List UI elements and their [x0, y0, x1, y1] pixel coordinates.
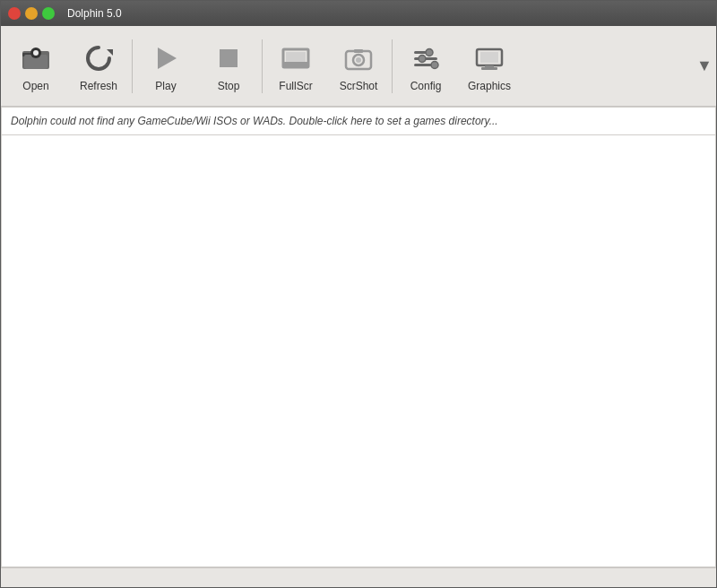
- stop-label: Stop: [218, 80, 240, 92]
- svg-marker-5: [107, 49, 113, 56]
- graphics-icon: [471, 40, 507, 76]
- no-games-message[interactable]: Dolphin could not find any GameCube/Wii …: [2, 108, 715, 135]
- games-list[interactable]: Dolphin could not find any GameCube/Wii …: [1, 107, 716, 567]
- stop-button[interactable]: Stop: [197, 30, 260, 102]
- config-button[interactable]: Config: [394, 30, 457, 102]
- svg-point-13: [356, 57, 361, 63]
- refresh-label: Refresh: [80, 80, 117, 92]
- refresh-button[interactable]: Refresh: [67, 30, 130, 102]
- separator-3: [392, 39, 393, 93]
- svg-rect-17: [414, 64, 432, 66]
- graphics-button[interactable]: Graphics: [457, 30, 522, 102]
- svg-point-18: [426, 48, 433, 56]
- graphics-label: Graphics: [468, 80, 511, 92]
- toolbar-items: Open Refresh: [4, 28, 522, 104]
- maximize-button[interactable]: [42, 7, 55, 20]
- close-button[interactable]: [8, 7, 21, 20]
- scrshot-button[interactable]: ScrShot: [327, 30, 390, 102]
- window-title: Dolphin 5.0: [67, 7, 122, 20]
- play-button[interactable]: Play: [134, 30, 197, 102]
- svg-rect-14: [354, 49, 363, 53]
- open-button[interactable]: Open: [4, 30, 67, 102]
- svg-rect-24: [481, 67, 497, 70]
- status-bar: [1, 567, 716, 587]
- play-icon: [148, 40, 184, 76]
- config-icon: [408, 40, 444, 76]
- svg-rect-22: [480, 52, 498, 63]
- scrshot-icon: [341, 40, 376, 76]
- fullscr-label: FullScr: [279, 80, 312, 92]
- svg-rect-10: [283, 62, 308, 67]
- stop-icon: [211, 40, 246, 76]
- window-controls: [8, 7, 55, 20]
- toolbar-overflow[interactable]: ▼: [696, 30, 713, 102]
- toolbar: Open Refresh: [1, 26, 716, 107]
- svg-point-19: [419, 55, 426, 62]
- config-label: Config: [410, 80, 442, 92]
- refresh-icon: [81, 40, 117, 76]
- fullscr-button[interactable]: FullScr: [264, 30, 327, 102]
- application-window: Dolphin 5.0 Open: [0, 0, 717, 588]
- fullscr-icon: [278, 40, 314, 76]
- svg-point-4: [33, 50, 39, 56]
- svg-marker-6: [158, 48, 177, 69]
- svg-rect-7: [220, 49, 238, 67]
- separator-1: [132, 39, 133, 93]
- svg-point-20: [431, 61, 438, 68]
- open-icon: [18, 40, 54, 76]
- scrshot-label: ScrShot: [340, 80, 378, 92]
- svg-rect-15: [414, 51, 427, 54]
- minimize-button[interactable]: [25, 7, 38, 20]
- title-bar: Dolphin 5.0: [1, 1, 716, 26]
- open-label: Open: [22, 80, 48, 92]
- separator-2: [262, 39, 263, 93]
- play-label: Play: [155, 80, 176, 92]
